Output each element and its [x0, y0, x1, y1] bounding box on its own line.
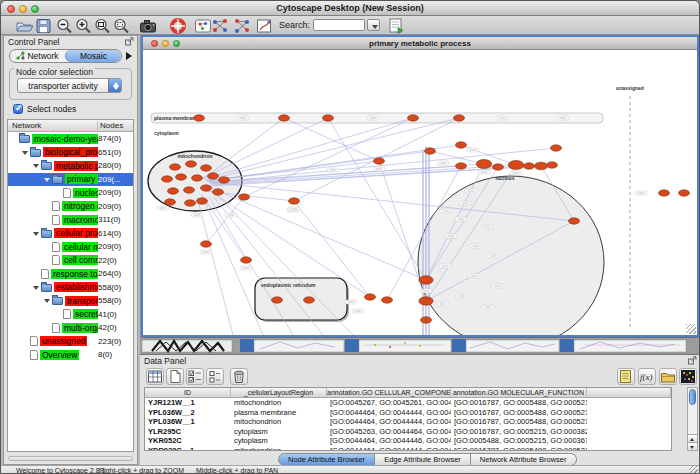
tab-edge-attribute-browser[interactable]: Edge Attribute Browser — [375, 453, 471, 465]
attribute-table-scrollbar[interactable] — [687, 387, 698, 451]
tab-network[interactable]: Network — [10, 50, 65, 62]
tree-row[interactable]: macromolecule311(0) — [8, 213, 133, 227]
tab-network-attribute-browser[interactable]: Network Attribute Browser — [471, 453, 577, 465]
control-panel-scroll-track[interactable] — [8, 456, 133, 461]
graph-node — [408, 115, 419, 121]
main-toolbar: Search: — [1, 16, 699, 35]
tree-row[interactable]: multi-organism pro42(0) — [8, 321, 133, 335]
tree-row[interactable]: nucleobase-209(0) — [8, 186, 133, 200]
tab-overflow-arrow[interactable] — [126, 52, 132, 60]
compartment-label: nucleus — [496, 175, 515, 181]
data-panel-float-icon[interactable] — [688, 356, 697, 367]
table-row[interactable]: YLR295Ccytoplasm[GO:0045263, GO:0044464,… — [145, 427, 671, 437]
table-column-header[interactable]: _cellularLayoutRegion — [231, 388, 327, 397]
network-graph[interactable]: plasma membranecytoplasmmitochondrionnuc… — [143, 50, 697, 335]
search-dropdown-arrow[interactable] — [367, 19, 380, 31]
network-canvas[interactable]: plasma membranecytoplasmmitochondrionnuc… — [143, 50, 697, 335]
attribute-formula-icon[interactable]: f(x) — [638, 368, 656, 385]
node-color-dropdown[interactable]: transporter activity — [17, 78, 122, 93]
tree-expander-icon[interactable] — [22, 146, 30, 160]
compartment-label: cytoplasm — [154, 130, 179, 136]
import-table-icon[interactable] — [386, 17, 406, 34]
tree-row[interactable]: cell communicat22(0) — [8, 254, 133, 268]
scroll-down-icon[interactable] — [688, 442, 697, 450]
tree-row[interactable]: biological_process651(0) — [8, 146, 133, 160]
tree-expander-icon[interactable] — [44, 173, 52, 187]
unselect-attributes-icon[interactable] — [206, 368, 224, 385]
tree-node-count: 41(0) — [98, 310, 133, 319]
tree-node-count: 874(0) — [98, 134, 133, 143]
open-session-icon[interactable] — [15, 17, 35, 34]
file-icon — [52, 201, 60, 211]
tree-row[interactable]: cellular metabo209(0) — [8, 240, 133, 254]
table-column-header[interactable]: ID — [145, 388, 231, 397]
tree-indent — [8, 233, 33, 234]
delete-attribute-icon[interactable] — [230, 368, 248, 385]
zoom-selected-icon[interactable] — [112, 17, 132, 34]
tree-row[interactable]: secretion41(0) — [8, 308, 133, 322]
tree-row[interactable]: transport558(0) — [8, 294, 133, 308]
import-attributes-icon[interactable] — [617, 368, 635, 385]
layout-nodes-a-icon[interactable] — [210, 17, 230, 34]
new-attribute-icon[interactable] — [166, 368, 184, 385]
table-row[interactable]: YPL036W__2plasma membrane[GO:0044464, GO… — [145, 408, 671, 418]
tab-node-attribute-browser[interactable]: Node Attribute Browser — [278, 453, 375, 465]
graph-node — [508, 161, 523, 170]
table-row[interactable]: YKR052Ccytoplasm[GO:0044464, GO:0044446,… — [145, 436, 671, 446]
control-panel-tabs: Network Mosaic — [9, 49, 122, 63]
tree-row[interactable]: primary metabo209(... — [8, 173, 133, 187]
attribute-table-header: ID_cellularLayoutRegionannotation.GO CEL… — [145, 388, 671, 398]
file-icon — [52, 255, 60, 265]
tree-row[interactable]: cellular process614(0) — [8, 227, 133, 241]
search-input[interactable] — [313, 19, 365, 31]
tree-expander-icon[interactable] — [44, 294, 52, 308]
tree-indent — [8, 192, 55, 193]
graph-node — [219, 177, 230, 183]
tree-expander-icon[interactable] — [33, 159, 41, 173]
zoom-fit-icon[interactable] — [93, 17, 113, 34]
help-ring-icon[interactable] — [168, 17, 188, 34]
tree-row[interactable]: response to stimulu264(0) — [8, 267, 133, 281]
select-attributes-icon[interactable] — [186, 368, 204, 385]
tree-row[interactable]: establishment of lo558(0) — [8, 281, 133, 295]
scrollbar-thumb[interactable] — [689, 389, 696, 405]
tab-mosaic[interactable]: Mosaic — [65, 50, 121, 62]
network-window-titlebar[interactable]: primary metabolic process — [143, 37, 697, 50]
snapshot-camera-icon[interactable] — [138, 17, 158, 34]
network-window-resize-grip[interactable] — [686, 324, 696, 334]
tree-indent — [8, 165, 33, 166]
graph-node — [194, 115, 205, 121]
attribute-matrix-icon[interactable] — [679, 368, 697, 385]
vizmapper-icon[interactable] — [255, 17, 275, 34]
table-row[interactable]: YDR039C__1mitochondrion[GO:0044464, GO:0… — [145, 446, 671, 452]
tree-row[interactable]: mosaic-demo-yeast874(0) — [8, 132, 133, 146]
attribute-table-icon[interactable] — [146, 368, 164, 385]
graph-node — [185, 200, 196, 206]
tree-row[interactable]: metabolic process280(0) — [8, 159, 133, 173]
tree-node-label: cell communicat — [62, 255, 98, 265]
table-row[interactable]: YPL036W__1mitochondrion[GO:0044464, GO:0… — [145, 417, 671, 427]
table-column-header[interactable]: annotation.GO CELLULAR_COMPONENT — [327, 388, 451, 397]
table-row[interactable]: YJR121W__1mitochondrion[GO:0045267, GO:0… — [145, 398, 671, 408]
file-icon — [30, 350, 38, 360]
layout-nodes-b-icon[interactable] — [232, 17, 252, 34]
tree-node-count: 8(0) — [98, 350, 133, 359]
zoom-in-icon[interactable] — [74, 17, 94, 34]
select-nodes-checkbox[interactable] — [13, 104, 23, 114]
tree-row[interactable]: nitrogen compo209(0) — [8, 200, 133, 214]
save-session-icon[interactable] — [34, 17, 54, 34]
float-panel-icon[interactable] — [125, 37, 134, 48]
graph-node — [679, 190, 690, 196]
window-resize-grip[interactable] — [689, 465, 698, 474]
scroll-up-icon[interactable] — [688, 434, 697, 442]
table-column-header[interactable]: annotation.GO MOLECULAR_FUNCTION — [451, 388, 587, 397]
tree-row[interactable]: unassigned223(0) — [8, 335, 133, 349]
folder-icon — [52, 176, 63, 184]
tree-node-label: multi-organism pro — [62, 323, 98, 333]
load-attribute-file-icon[interactable] — [659, 368, 677, 385]
tree-expander-icon[interactable] — [33, 227, 41, 241]
tree-expander-icon[interactable] — [33, 281, 41, 295]
zoom-out-icon[interactable] — [55, 17, 75, 34]
tree-indent — [8, 152, 22, 153]
tree-row[interactable]: Overview8(0) — [8, 348, 133, 362]
